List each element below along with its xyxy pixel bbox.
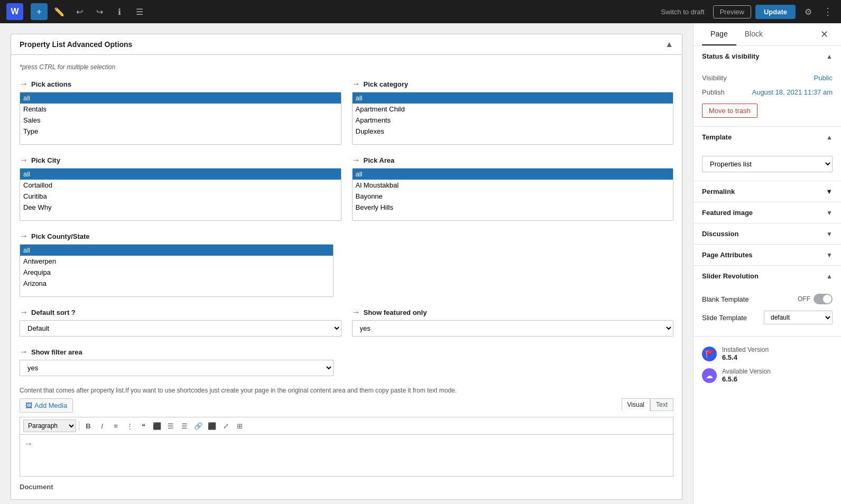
visual-text-tabs: Visual Text [622, 398, 673, 411]
link-button[interactable]: 🔗 [192, 419, 205, 432]
status-visibility-chevron: ▲ [826, 53, 833, 60]
visibility-row: Visibility Public [702, 71, 833, 85]
default-sort-label: → Default sort ? [20, 307, 341, 317]
show-featured-only-select[interactable]: yes no [352, 320, 674, 337]
move-to-trash-button[interactable]: Move to trash [702, 104, 757, 118]
fullscreen-button[interactable]: ⤢ [219, 419, 232, 432]
page-tab[interactable]: Page [702, 23, 736, 45]
show-filter-area-select[interactable]: yes no [20, 360, 334, 376]
toggle-knob[interactable] [814, 294, 833, 304]
visual-tab-button[interactable]: Visual [622, 398, 650, 411]
pick-city-select[interactable]: all Cortaillod Curitiba Dee Why [20, 168, 341, 221]
info-button[interactable]: ℹ [111, 3, 128, 20]
page-attributes-header[interactable]: Page Attributes ▼ [694, 245, 841, 265]
template-select[interactable]: Properties list Default Template Full Wi… [702, 156, 833, 172]
arrow-icon-city: → [20, 155, 28, 165]
panel-body: *press CTRL for multiple selection → Pic… [11, 54, 682, 500]
template-title: Template [702, 133, 732, 141]
permalink-header[interactable]: Permalink ▼ [694, 181, 841, 202]
pick-area-label: → Pick Area [352, 155, 674, 165]
editor-section: Content that comes after property list.I… [20, 387, 673, 491]
insert-button[interactable]: ⬛ [206, 419, 218, 432]
pick-category-select[interactable]: all Apartment Child Apartments Duplexes [352, 92, 674, 145]
template-header[interactable]: Template ▲ [694, 127, 841, 147]
ordered-list-button[interactable]: ⋮ [123, 419, 136, 432]
redo-button[interactable]: ↪ [91, 3, 108, 20]
tools-button[interactable]: ✏️ [51, 3, 68, 20]
align-left-button[interactable]: ⬛ [151, 419, 163, 432]
unordered-list-button[interactable]: ≡ [109, 419, 122, 432]
default-sort-field: → Default sort ? Default Price Date Titl… [20, 307, 341, 337]
update-button[interactable]: Update [755, 5, 796, 19]
align-right-button[interactable]: ☰ [178, 419, 191, 432]
pick-county-state-field: → Pick County/State all Antwerpen Arequi… [20, 231, 673, 297]
italic-button[interactable]: I [96, 419, 108, 432]
slider-revolution-header[interactable]: Slider Revolution ▲ [694, 266, 841, 286]
add-media-button[interactable]: 🖼 Add Media [20, 398, 73, 413]
editor-body[interactable]: → [20, 434, 673, 477]
arrow-icon-sort: → [20, 307, 28, 317]
slider-revolution-chevron: ▲ [826, 273, 833, 280]
arrow-icon-county: → [20, 231, 28, 241]
installed-version-text: Installed Version 6.5.4 [722, 346, 769, 361]
document-label: Document [20, 483, 673, 491]
visibility-label: Visibility [702, 74, 727, 82]
ctrl-hint: *press CTRL for multiple selection [20, 63, 673, 71]
panel-collapse-button[interactable]: ▲ [665, 40, 673, 49]
bold-button[interactable]: B [82, 419, 95, 432]
wordpress-logo: W [6, 3, 23, 20]
list-view-button[interactable]: ☰ [131, 3, 148, 20]
preview-button[interactable]: Preview [713, 5, 751, 18]
available-version-number: 6.5.6 [722, 375, 771, 383]
content-area: Property List Advanced Options ▲ *press … [0, 23, 693, 504]
editor-hint: Content that comes after property list.I… [20, 387, 673, 394]
more-options-button[interactable]: ⋮ [821, 4, 835, 20]
blank-template-toggle[interactable]: OFF [798, 294, 833, 304]
permalink-title: Permalink [702, 188, 735, 195]
switch-to-draft-button[interactable]: Switch to draft [657, 6, 708, 18]
pick-actions-select[interactable]: all Rentals Sales Type [20, 92, 341, 145]
blockquote-button[interactable]: ❝ [137, 419, 150, 432]
add-block-button[interactable]: ＋ [31, 3, 48, 20]
pick-county-state-label: → Pick County/State [20, 231, 673, 241]
publish-value[interactable]: August 18, 2021 11:37 am [752, 88, 833, 96]
panel-header: Property List Advanced Options ▲ [11, 34, 682, 54]
pick-actions-label: → Pick actions [20, 79, 341, 89]
available-version-icon: ☁ [702, 368, 717, 383]
pick-area-field: → Pick Area all Al Moustakbal Bayonne Be… [352, 155, 674, 221]
featured-image-chevron: ▼ [826, 209, 833, 217]
pick-area-select[interactable]: all Al Moustakbal Bayonne Beverly Hills [352, 168, 674, 221]
slide-template-label: Slide Template [702, 314, 747, 322]
status-visibility-header[interactable]: Status & visibility ▲ [694, 46, 841, 67]
show-filter-area-label: → Show filter area [20, 347, 673, 357]
featured-image-header[interactable]: Featured image ▼ [694, 202, 841, 223]
toolbar: W ＋ ✏️ ↩ ↪ ℹ ☰ Switch to draft Preview U… [0, 0, 841, 23]
pick-city-label: → Pick City [20, 155, 341, 165]
kitchen-sink-button[interactable]: ⊞ [233, 419, 246, 432]
sidebar-close-button[interactable]: ✕ [816, 23, 833, 45]
block-tab[interactable]: Block [736, 23, 771, 45]
text-tab-button[interactable]: Text [650, 398, 673, 411]
default-sort-select[interactable]: Default Price Date Title [20, 320, 341, 337]
page-attributes-title: Page Attributes [702, 251, 753, 259]
publish-label: Publish [702, 88, 725, 96]
align-center-button[interactable]: ☰ [164, 419, 177, 432]
pick-city-field: → Pick City all Cortaillod Curitiba Dee … [20, 155, 341, 221]
pick-county-state-select[interactable]: all Antwerpen Arequipa Arizona [20, 244, 334, 297]
sidebar-tab-bar: Page Block ✕ [694, 23, 841, 46]
pick-category-label: → Pick category [352, 79, 674, 89]
available-version-row: ☁ Available Version 6.5.6 [702, 365, 833, 386]
row-filter-area: → Show filter area yes no [20, 347, 673, 376]
discussion-header[interactable]: Discussion ▼ [694, 223, 841, 244]
slide-template-select[interactable]: default option1 option2 [764, 311, 833, 324]
discussion-section: Discussion ▼ [694, 223, 841, 245]
paragraph-select[interactable]: Paragraph Heading 1 Heading 2 Preformatt… [23, 419, 76, 432]
visibility-value[interactable]: Public [814, 74, 833, 82]
undo-button[interactable]: ↩ [71, 3, 88, 20]
settings-button[interactable]: ⚙ [800, 3, 817, 20]
page-attributes-chevron: ▼ [826, 251, 833, 259]
row-county-state: → Pick County/State all Antwerpen Arequi… [20, 231, 673, 297]
available-version-label: Available Version [722, 368, 771, 375]
status-visibility-body: Visibility Public Publish August 18, 202… [694, 67, 841, 126]
featured-image-section: Featured image ▼ [694, 202, 841, 223]
